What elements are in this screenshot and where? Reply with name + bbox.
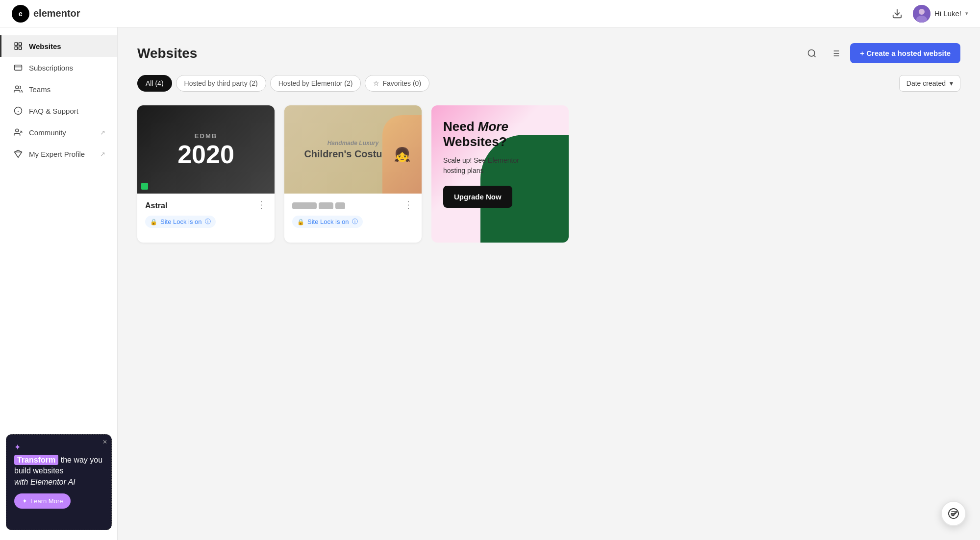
svg-rect-4 [15,43,17,45]
sidebar-ad-learn-more-button[interactable]: ✦ Learn More [14,493,71,509]
card-thumbnail-astral: EDMB 2020 [137,105,275,194]
page-header: Websites + Create a hosted w [137,43,960,63]
ad-text: Transform the way you build websites wit… [14,455,103,488]
main-content: Websites + Create a hosted w [118,27,980,540]
sidebar-ad-banner: ✕ ✦ Transform the way you build websites… [6,434,112,530]
svg-marker-17 [15,150,22,158]
sidebar-item-websites[interactable]: Websites [0,35,117,57]
svg-rect-6 [15,47,17,49]
website-card-costumes: Handmade Luxury Children's Costumes 👧 ··… [284,105,422,243]
card-body-costumes: ··· 🔒 Site Lock is on ⓘ [284,194,422,235]
lock-icon: 🔒 [150,219,157,225]
promo-content: Need MoreWebsites? Scale up! See Element… [431,105,569,221]
user-menu[interactable]: Hi Luke! ▾ [913,5,968,23]
sidebar-item-label: Teams [29,85,50,94]
external-link-icon: ↗ [100,129,105,136]
star-icon: ☆ [373,79,379,87]
websites-grid: EDMB 2020 Astral ··· 🔒 Site Lock is on ⓘ… [137,105,960,243]
upgrade-now-button[interactable]: Upgrade Now [443,186,512,208]
avatar [913,5,930,23]
card-menu-button[interactable]: ··· [256,200,267,211]
sidebar-item-label: Websites [29,42,61,50]
card-title: Astral [145,201,167,210]
date-sort-dropdown[interactable]: Date created ▾ [899,75,960,92]
sidebar-item-community[interactable]: Community ↗ [0,122,117,143]
logo-icon: e [12,5,29,23]
logo-text: elementor [33,8,80,19]
logo[interactable]: e elementor [12,5,80,23]
user-greeting: Hi Luke! [934,9,961,18]
sidebar-item-label: Subscriptions [29,64,73,72]
sidebar-item-teams[interactable]: Teams [0,78,117,100]
search-icon[interactable] [803,45,821,62]
top-nav: e elementor Hi Luke! ▾ [0,0,980,27]
svg-point-2 [919,9,925,15]
filter-tab-third-party[interactable]: Hosted by third party (2) [176,75,266,92]
topnav-right: Hi Luke! ▾ [889,5,968,23]
svg-line-20 [814,55,816,57]
external-link-icon: ↗ [100,150,105,158]
sidebar-item-faq[interactable]: FAQ & Support [0,100,117,122]
svg-point-14 [16,129,19,132]
filter-tab-elementor[interactable]: Hosted by Elementor (2) [270,75,361,92]
site-lock-badge: 🔒 Site Lock is on ⓘ [292,216,363,228]
filter-bar: All (4) Hosted by third party (2) Hosted… [137,75,960,92]
green-status-dot [141,183,148,190]
download-icon[interactable] [889,6,905,22]
chevron-down-icon: ▾ [965,10,968,17]
svg-rect-7 [19,47,22,49]
promo-desc: Scale up! See Elementorhosting plans [443,155,557,176]
chat-support-button[interactable] [941,501,966,526]
ad-icon: ✦ [14,442,103,452]
svg-rect-8 [15,65,22,71]
site-lock-badge: 🔒 Site Lock is on ⓘ [145,216,216,228]
page-header-actions: + Create a hosted website [803,43,960,63]
svg-point-10 [16,86,19,89]
community-icon [13,127,23,137]
sparkle-icon: ✦ [22,497,27,505]
info-icon: ⓘ [352,218,358,226]
sidebar-item-expert[interactable]: My Expert Profile ↗ [0,143,117,165]
sidebar: Websites Subscriptions Teams [0,27,118,540]
info-icon [13,106,23,116]
page-title: Websites [137,46,197,61]
card-menu-button[interactable]: ··· [403,200,414,211]
chevron-down-icon: ▾ [950,79,953,87]
website-card-astral: EDMB 2020 Astral ··· 🔒 Site Lock is on ⓘ [137,105,275,243]
gem-icon [13,149,23,159]
card-icon [13,63,23,73]
filter-tab-favorites[interactable]: ☆ Favorites (0) [365,75,429,92]
grid-icon [13,41,23,51]
sidebar-item-subscriptions[interactable]: Subscriptions [0,57,117,78]
list-view-icon[interactable] [827,45,844,62]
create-website-button[interactable]: + Create a hosted website [850,43,960,63]
promo-title: Need MoreWebsites? [443,119,557,149]
card-title-blurred [292,202,345,209]
ad-close-icon[interactable]: ✕ [102,439,107,445]
filter-tab-all[interactable]: All (4) [137,75,172,92]
sidebar-item-label: Community [29,128,66,137]
sidebar-item-label: My Expert Profile [29,150,85,158]
svg-point-19 [808,49,815,56]
lock-icon: 🔒 [297,219,304,225]
card-thumbnail-costumes: Handmade Luxury Children's Costumes 👧 [284,105,422,194]
info-icon: ⓘ [205,218,211,226]
people-icon [13,84,23,94]
sidebar-item-label: FAQ & Support [29,107,78,115]
promo-card: Need MoreWebsites? Scale up! See Element… [431,105,569,243]
card-body-astral: Astral ··· 🔒 Site Lock is on ⓘ [137,194,275,235]
svg-rect-5 [19,43,22,45]
